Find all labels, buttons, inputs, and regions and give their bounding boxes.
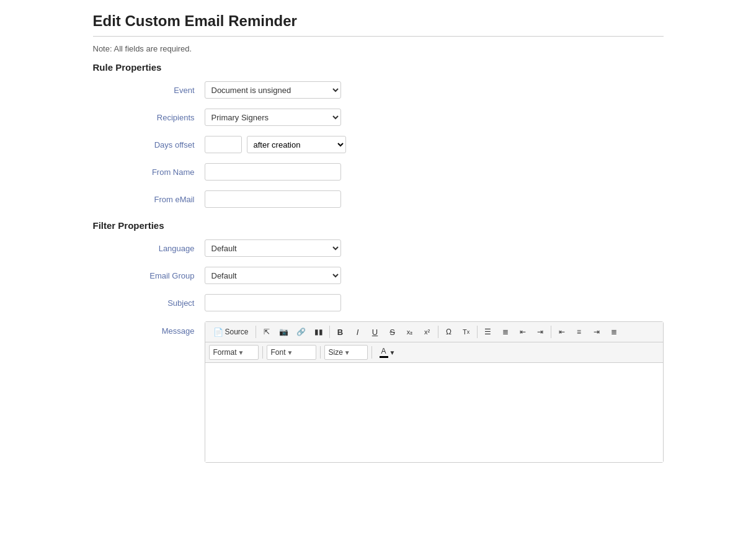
message-label: Message xyxy=(93,321,205,336)
sep7 xyxy=(320,346,321,359)
toolbar-row1: 📄 Source ⇱ 📷 🔗 xyxy=(205,322,663,342)
font-color-button[interactable]: A ▼ xyxy=(376,345,399,360)
event-select[interactable]: Document is unsigned Document is signed … xyxy=(205,81,341,99)
sep3 xyxy=(438,326,438,338)
link-icon: 🔗 xyxy=(296,328,306,336)
divider xyxy=(93,36,664,37)
sep8 xyxy=(371,346,372,359)
editor-content[interactable] xyxy=(205,363,663,462)
recipients-select[interactable]: Primary Signers All Signers CC Recipient… xyxy=(205,109,341,126)
recipients-label: Recipients xyxy=(93,113,205,122)
from-name-row: From Name xyxy=(93,163,664,181)
format-dropdown-arrow: ▼ xyxy=(238,349,244,356)
sep6 xyxy=(262,346,263,359)
sep1 xyxy=(256,326,256,338)
days-offset-select[interactable]: after creation before expiration after e… xyxy=(247,136,346,153)
recipients-row: Recipients Primary Signers All Signers C… xyxy=(93,109,664,126)
size-label: Size xyxy=(329,348,343,357)
table-button[interactable]: ▮▮ xyxy=(311,324,327,339)
source-label: Source xyxy=(225,328,249,336)
image-button[interactable]: 📷 xyxy=(276,324,292,339)
align-right-button[interactable]: ⇥ xyxy=(589,324,605,339)
email-group-label: Email Group xyxy=(93,271,205,280)
days-offset-row: Days offset after creation before expira… xyxy=(93,136,664,153)
rule-properties-section: Rule Properties Event Document is unsign… xyxy=(93,62,664,208)
indent-button[interactable]: ⇥ xyxy=(532,324,548,339)
email-group-row: Email Group Default Group 1 Group 2 xyxy=(93,267,664,284)
language-label: Language xyxy=(93,244,205,253)
note-text: Note: All fields are required. xyxy=(93,44,664,53)
language-row: Language Default English French German xyxy=(93,239,664,257)
source-button[interactable]: 📄 Source xyxy=(209,324,253,339)
message-row: Message 📄 Source ⇱ 📷 xyxy=(93,321,664,463)
unordered-list-button[interactable]: ≣ xyxy=(497,324,514,339)
from-email-label: From eMail xyxy=(93,195,205,204)
page-wrapper: Edit Custom Email Reminder Note: All fie… xyxy=(74,0,682,488)
underline-button[interactable]: U xyxy=(367,324,383,339)
source-icon: 📄 xyxy=(213,328,223,337)
size-dropdown-arrow: ▼ xyxy=(344,349,350,356)
days-offset-label: Days offset xyxy=(93,140,205,150)
email-group-select[interactable]: Default Group 1 Group 2 xyxy=(205,267,341,284)
filter-properties-section: Filter Properties Language Default Engli… xyxy=(93,220,664,463)
font-color-underline xyxy=(380,356,388,358)
event-label: Event xyxy=(93,86,205,95)
justify-button[interactable]: ≣ xyxy=(606,324,622,339)
fullscreen-button[interactable]: ⇱ xyxy=(259,324,275,339)
sep5 xyxy=(551,326,551,338)
fullscreen-icon: ⇱ xyxy=(264,328,270,336)
sep4 xyxy=(477,326,478,338)
subject-label: Subject xyxy=(93,298,205,308)
superscript-button[interactable]: x² xyxy=(419,324,435,339)
subject-row: Subject xyxy=(93,294,664,311)
days-offset-group: after creation before expiration after e… xyxy=(205,136,346,153)
font-dropdown[interactable]: Font ▼ xyxy=(267,345,316,360)
event-row: Event Document is unsigned Document is s… xyxy=(93,81,664,99)
days-offset-input[interactable] xyxy=(205,136,242,153)
bold-button[interactable]: B xyxy=(332,324,349,339)
font-label: Font xyxy=(271,348,286,357)
format-dropdown[interactable]: Format ▼ xyxy=(209,345,259,360)
message-editor: 📄 Source ⇱ 📷 🔗 xyxy=(205,321,664,463)
font-color-arrow: ▼ xyxy=(389,349,396,356)
from-name-input[interactable] xyxy=(205,163,341,181)
filter-properties-title: Filter Properties xyxy=(93,220,664,231)
align-left-button[interactable]: ⇤ xyxy=(554,324,570,339)
link-button[interactable]: 🔗 xyxy=(293,324,309,339)
italic-button[interactable]: I xyxy=(350,324,366,339)
size-dropdown[interactable]: Size ▼ xyxy=(324,345,368,360)
ordered-list-button[interactable]: ☰ xyxy=(480,324,496,339)
page-title: Edit Custom Email Reminder xyxy=(93,12,664,30)
special-char-button[interactable]: Ω xyxy=(441,324,457,339)
rule-properties-title: Rule Properties xyxy=(93,62,664,73)
subject-input[interactable] xyxy=(205,294,341,311)
align-center-button[interactable]: ≡ xyxy=(571,324,587,339)
format-label: Format xyxy=(213,348,237,357)
image-icon: 📷 xyxy=(279,328,288,336)
clear-format-button[interactable]: Tx xyxy=(458,324,474,339)
font-color-icon: A xyxy=(380,347,388,358)
from-email-row: From eMail xyxy=(93,190,664,208)
toolbar-row2: Format ▼ Font ▼ Size ▼ xyxy=(205,342,663,363)
table-icon: ▮▮ xyxy=(314,328,323,336)
font-dropdown-arrow: ▼ xyxy=(287,349,293,356)
from-email-input[interactable] xyxy=(205,190,341,208)
language-select[interactable]: Default English French German xyxy=(205,239,341,257)
sep2 xyxy=(329,326,330,338)
outdent-button[interactable]: ⇤ xyxy=(515,324,531,339)
from-name-label: From Name xyxy=(93,167,205,177)
subscript-button[interactable]: x₂ xyxy=(402,324,418,339)
strikethrough-button[interactable]: S xyxy=(385,324,401,339)
